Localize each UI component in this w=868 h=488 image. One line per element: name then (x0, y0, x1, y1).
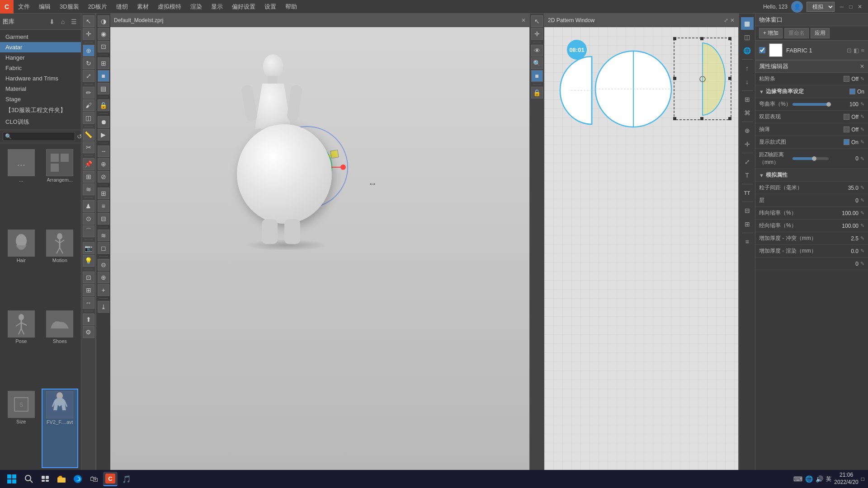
fabric-checkbox[interactable] (759, 47, 765, 53)
window-maximize[interactable]: □ (847, 3, 854, 10)
tool-add-btn[interactable]: + (98, 284, 109, 296)
taskbar-search[interactable] (22, 472, 36, 486)
tool2d-active[interactable]: ■ (531, 70, 543, 82)
tool-brush[interactable]: ✏ (83, 87, 94, 99)
rt-icon-back[interactable]: ↓ (741, 75, 754, 88)
tool-paint[interactable]: 🖌 (83, 99, 94, 111)
taskbar-task-view[interactable] (38, 472, 52, 486)
view3d-close-btn[interactable]: ✕ (521, 17, 526, 23)
taskbar-explorer[interactable] (54, 472, 69, 486)
tool-select[interactable]: ↖ (83, 15, 94, 27)
tool-shrink[interactable]: ⊖ (98, 259, 109, 271)
view2d-content[interactable]: 08:01 (544, 27, 738, 472)
prop-section-edge-curve[interactable]: ▼ 边缘弯曲率设定 On (755, 85, 868, 98)
tool-align[interactable]: ≡ (98, 200, 109, 212)
tray-network[interactable]: 🌐 (805, 475, 813, 483)
tool-hide-seam[interactable]: ╌ (98, 145, 109, 157)
view2d-expand-icon[interactable]: ⤢ (724, 17, 728, 23)
sidebar-item-avatar[interactable]: FV2_F....avt (42, 389, 79, 468)
rt-icon-globe[interactable]: 🌐 (741, 44, 754, 57)
prop-edit-weft[interactable]: ✎ (860, 210, 864, 216)
tool-expand[interactable]: ⊕ (98, 272, 109, 283)
tool2d-select[interactable]: ↖ (531, 15, 543, 27)
apply-btn[interactable]: 应用 (811, 28, 830, 38)
tool-texture[interactable]: ▤ (98, 83, 109, 94)
sidebar-item-arrange[interactable]: Arrangem... (42, 147, 79, 225)
tool2d-view[interactable]: 👁 (531, 45, 543, 56)
fabric-item[interactable]: FABRIC 1 ⊡ ◧ ≡ (755, 41, 868, 60)
sidebar-settings-icon[interactable]: ☰ (69, 17, 78, 26)
sidebar-nav-material[interactable]: Material (0, 84, 81, 94)
tool-bottom2[interactable]: ⚙ (83, 326, 94, 338)
prop-edit-thick-col[interactable]: ✎ (860, 235, 864, 241)
sidebar-item-dots[interactable]: … ... (3, 147, 40, 225)
tool-view-mode1[interactable]: ◑ (98, 15, 109, 27)
tool-bottom1[interactable]: ⬆ (83, 314, 94, 325)
menu-render[interactable]: 渲染 (186, 0, 207, 13)
tool-lock[interactable]: 🔒 (98, 99, 109, 111)
tool-measure[interactable]: 📏 (83, 129, 94, 141)
pattern-piece-middle[interactable] (594, 50, 673, 130)
rt-icon-grid[interactable]: ⊟ (741, 204, 754, 217)
sidebar-nav-avatar[interactable]: Avatar (0, 42, 81, 52)
sidebar-nav-hardware[interactable]: Hardware and Trims (0, 73, 81, 84)
prop-edit-show-style[interactable]: ✎ (860, 139, 864, 145)
tool-solid[interactable]: ■ (98, 70, 109, 82)
sidebar-item-shoes[interactable]: Shoes (42, 308, 79, 387)
tool-grid-vis[interactable]: ⊟ (98, 213, 109, 225)
menu-settings[interactable]: 设置 (260, 0, 281, 13)
user-avatar[interactable]: 👤 (791, 1, 803, 13)
prop-edit-double[interactable]: ✎ (860, 114, 864, 120)
rename-btn[interactable]: 重命名 (784, 28, 809, 38)
prop-edit-bend[interactable]: ✎ (860, 101, 864, 107)
sidebar-nav-hanger[interactable]: Hanger (0, 52, 81, 63)
tool-extra2[interactable]: ⊞ (83, 284, 94, 296)
menu-2d[interactable]: 2D板片 (84, 0, 112, 13)
tray-keyboard[interactable]: ⌨ (793, 475, 802, 483)
rt-icon-front[interactable]: ↑ (741, 62, 754, 75)
pattern-piece-left[interactable] (556, 52, 596, 130)
prop-edit-warp[interactable]: ✎ (860, 223, 864, 229)
tool-pin[interactable]: 📌 (83, 158, 94, 170)
tray-battery[interactable]: 英 (826, 475, 831, 483)
tool-snap2[interactable]: ⊞ (98, 188, 109, 199)
rt-icon-transform[interactable]: ⤢ (741, 155, 754, 168)
sidebar-nav-garment[interactable]: Garment (0, 32, 81, 42)
taskbar-edge[interactable] (71, 472, 85, 486)
rt-icon-text2[interactable]: TT (741, 187, 754, 199)
edge-curve-checkbox[interactable]: On (849, 89, 864, 95)
tool-view-mode3[interactable]: ⊡ (98, 41, 109, 52)
tool-play[interactable]: ▶ (98, 129, 109, 141)
menu-display[interactable]: 显示 (207, 0, 227, 13)
tool2d-move[interactable]: ✛ (531, 28, 543, 40)
tool-cut[interactable]: ✂ (83, 141, 94, 153)
taskbar-start-btn[interactable] (4, 471, 20, 487)
tool-erase[interactable]: ◫ (83, 112, 94, 124)
rt-icon-list[interactable]: ≡ (741, 235, 754, 248)
menu-sewing[interactable]: 缝纫 (112, 0, 132, 13)
tool-body-point[interactable]: ⊙ (83, 213, 94, 225)
tool-extra[interactable]: ⊡ (83, 272, 94, 283)
prop-checkbox-thin[interactable]: Off (844, 127, 859, 133)
prop-edit-thick-ren[interactable]: ✎ (860, 248, 864, 254)
window-minimize[interactable]: ─ (838, 3, 845, 10)
add-btn[interactable]: + 增加 (759, 28, 783, 38)
menu-file[interactable]: 文件 (14, 0, 34, 13)
tool-wind[interactable]: ≋ (83, 183, 94, 195)
sidebar-nav-fabric[interactable]: Fabric (0, 63, 81, 73)
prop-checkbox-double[interactable]: Off (844, 114, 859, 120)
menu-avatar[interactable]: 虚拟模特 (153, 0, 186, 13)
tool-light[interactable]: 💡 (83, 255, 94, 267)
prop-editor-close[interactable]: ✕ (860, 63, 864, 70)
prop-checkbox-paste[interactable]: Off (844, 76, 859, 82)
tool-scale[interactable]: ⤢ (83, 70, 94, 82)
rt-icon-crop[interactable]: ⊞ (741, 93, 754, 106)
tool-record[interactable]: ⏺ (98, 116, 109, 128)
prop-edit-paste[interactable]: ✎ (860, 76, 864, 82)
rt-icon-plus[interactable]: ⊕ (741, 124, 754, 137)
prop-edit-last[interactable]: ✎ (860, 261, 864, 267)
tool-pin-vis[interactable]: ⊕ (98, 158, 109, 170)
sidebar-search-input[interactable] (3, 132, 75, 141)
taskbar-clo[interactable]: C (103, 472, 118, 486)
tool2d-zoom[interactable]: 🔍 (531, 57, 543, 69)
